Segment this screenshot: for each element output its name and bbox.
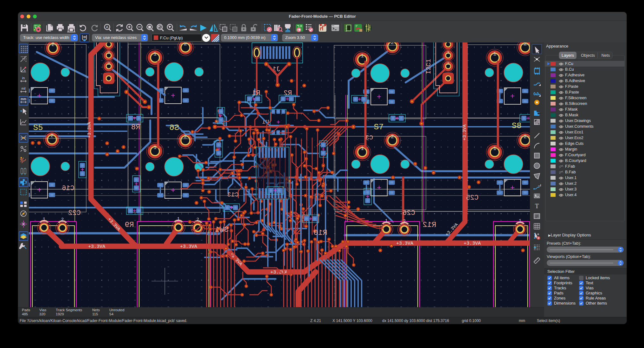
svg-text:2: 2 [403,219,406,224]
svg-text:3: 3 [345,29,347,32]
svg-text:1: 1 [361,53,364,59]
svg-text:C26: C26 [402,209,415,217]
svg-text:mm: mm [21,97,26,101]
svg-text:2: 2 [447,61,449,66]
svg-text:2: 2 [61,217,64,222]
svg-text:I2C1: I2C1 [425,59,432,74]
svg-text:R12: R12 [422,221,436,229]
svg-text:T: T [535,203,539,209]
svg-text:1: 1 [153,145,157,151]
svg-text:+3.3VA: +3.3VA [88,244,105,249]
svg-text:1: 1 [43,217,45,222]
svg-text:+3.3VA: +3.3VA [396,241,413,246]
svg-text:C13: C13 [227,191,239,198]
svg-text:S6: S6 [169,123,179,132]
svg-text:C25: C25 [466,194,479,202]
svg-text:2: 2 [391,134,394,140]
svg-text:2: 2 [524,134,527,140]
svg-text:S8: S8 [512,121,521,131]
svg-text:1: 1 [385,218,388,223]
svg-text:+3.3VA: +3.3VA [462,124,467,140]
svg-text:A: A [106,25,108,29]
svg-text:SW1: SW1 [215,225,229,234]
svg-text:1: 1 [519,218,521,223]
svg-text:R10: R10 [313,229,327,237]
svg-text:2: 2 [50,133,54,139]
svg-text:C22: C22 [68,209,81,217]
svg-text:2: 2 [107,61,110,66]
svg-text:1: 1 [153,51,157,57]
svg-text:2: 2 [51,42,55,48]
svg-text:C16: C16 [62,184,74,192]
svg-text:R2: R2 [284,89,292,97]
svg-text:in: in [22,76,25,80]
svg-text:3: 3 [447,50,449,55]
svg-text:+3.3VA: +3.3VA [464,241,481,246]
svg-text:3: 3 [107,50,110,55]
svg-text:S7: S7 [374,122,383,132]
svg-text:θ: θ [24,69,26,72]
svg-text:C3: C3 [365,134,373,141]
svg-text:1: 1 [493,51,496,57]
svg-text:4: 4 [107,42,110,44]
svg-text:2: 2 [184,42,187,47]
svg-text:R9: R9 [125,221,134,229]
svg-text:4: 4 [447,42,449,44]
svg-text:+3.3VA: +3.3VA [87,122,92,138]
svg-text:1: 1 [493,145,496,151]
svg-text:mil: mil [22,87,26,90]
svg-text:S5: S5 [33,123,43,132]
svg-text:1: 1 [361,145,364,151]
svg-text:1: 1 [177,216,180,222]
svg-text:R8: R8 [131,123,140,132]
svg-text:R1: R1 [252,89,260,97]
svg-text:+3.3VA: +3.3VA [180,244,197,249]
